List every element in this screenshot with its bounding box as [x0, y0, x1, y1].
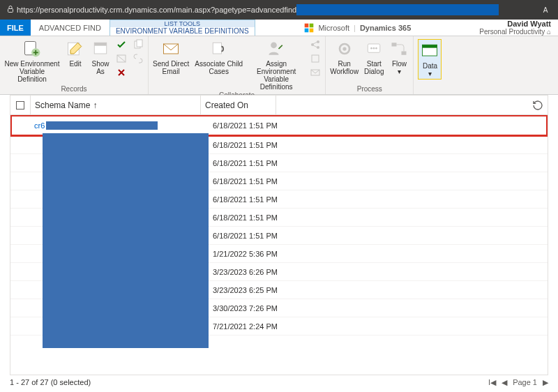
created-on-cell: 7/21/2021 2:24 PM — [200, 322, 278, 331]
created-on-cell: 6/18/2021 1:51 PM — [200, 159, 278, 167]
user-name: David Wyatt — [460, 20, 551, 28]
created-on-cell: 6/18/2021 1:51 PM — [200, 195, 278, 204]
created-on-cell: 6/18/2021 1:51 PM — [200, 121, 278, 130]
page-label: Page 1 — [513, 378, 537, 386]
assign-evd-button[interactable]: Assign Environment Variable Definitions — [248, 39, 304, 91]
created-on-cell: 1/21/2022 5:36 PM — [200, 250, 278, 258]
refresh-icon — [532, 100, 543, 111]
svg-rect-28 — [402, 52, 407, 55]
ribbon-tabs: FILE ADVANCED FIND LIST TOOLS ENVIRONMEN… — [0, 20, 558, 36]
edit-icon — [66, 39, 85, 59]
email-link-icon[interactable] — [310, 67, 321, 78]
grid-header: Schema Name ↑ Created On — [10, 96, 548, 115]
pager-status: 1 - 27 of 27 (0 selected) — [10, 378, 91, 386]
created-on-cell: 3/30/2023 7:26 PM — [200, 304, 278, 312]
new-record-icon — [22, 39, 42, 59]
copy-link-icon[interactable] — [310, 53, 321, 64]
small-buttons-collab — [310, 39, 321, 78]
ribbon-group-process: Run Workflow Start Dialog Flow▾ Process — [326, 36, 414, 94]
svg-rect-12 — [137, 40, 142, 47]
url-address[interactable]: https://personalproductivity.crm.dynamic… — [17, 4, 537, 15]
svg-rect-1 — [305, 23, 309, 27]
svg-point-26 — [375, 47, 377, 50]
tab-file[interactable]: FILE — [0, 20, 31, 36]
svg-rect-3 — [305, 28, 309, 32]
show-as-button[interactable]: Show As — [91, 39, 110, 75]
svg-point-22 — [342, 47, 346, 50]
next-page-button[interactable]: ▶ — [543, 378, 548, 387]
app-brand: Microsoft | Dynamics 365 — [255, 20, 460, 36]
gear-icon — [335, 39, 354, 59]
show-as-icon — [91, 39, 110, 59]
flow-icon — [389, 39, 409, 59]
associate-child-cases-button[interactable]: Associate Child Cases — [195, 39, 243, 75]
new-env-var-def-button[interactable]: New Environment Variable Definition — [4, 39, 60, 83]
svg-point-15 — [271, 42, 277, 48]
svg-point-24 — [370, 47, 372, 50]
copy-icon[interactable] — [133, 39, 144, 50]
assign-icon — [266, 39, 286, 59]
email-icon — [161, 39, 181, 59]
created-on-cell: 6/18/2021 1:51 PM — [200, 213, 278, 222]
edit-button[interactable]: Edit — [66, 39, 85, 68]
browser-url-bar: https://personalproductivity.crm.dynamic… — [0, 0, 558, 20]
dialog-icon — [364, 39, 384, 59]
ribbon-group-collaborate: Send Direct Email Associate Child Cases … — [149, 36, 326, 94]
microsoft-logo-icon — [304, 23, 314, 33]
ribbon-group-records: New Environment Variable Definition Edit… — [0, 36, 149, 94]
created-on-cell: 6/18/2021 1:51 PM — [200, 177, 278, 186]
pager: 1 - 27 of 27 (0 selected) I◀ ◀ Page 1 ▶ — [10, 375, 548, 389]
run-workflow-button[interactable]: Run Workflow — [330, 39, 359, 75]
start-dialog-button[interactable]: Start Dialog — [364, 39, 384, 75]
user-info[interactable]: David Wyatt Personal Productivity ⌂ — [460, 20, 558, 36]
share-icon[interactable] — [310, 39, 321, 50]
sort-asc-icon: ↑ — [93, 100, 97, 110]
tab-advanced-find[interactable]: ADVANCED FIND — [31, 20, 110, 36]
ribbon-group-data: Data▾ — [414, 36, 446, 94]
text-size-icon[interactable]: A — [537, 6, 554, 14]
svg-rect-27 — [392, 43, 397, 46]
activate-icon[interactable] — [116, 39, 127, 50]
svg-rect-2 — [310, 23, 314, 27]
svg-rect-14 — [213, 43, 221, 54]
data-button[interactable]: Data▾ — [418, 39, 442, 80]
small-buttons-records-2 — [133, 39, 144, 64]
column-schema-name[interactable]: Schema Name ↑ — [31, 96, 201, 114]
results-grid: Schema Name ↑ Created On cr66/18/2021 1:… — [10, 95, 548, 375]
redacted-block — [43, 133, 209, 348]
org-name: Personal Productivity ⌂ — [460, 28, 551, 36]
svg-rect-9 — [94, 43, 107, 45]
send-direct-email-button[interactable]: Send Direct Email — [153, 39, 189, 75]
data-icon — [420, 41, 439, 61]
tab-env-var-defs[interactable]: ENVIRONMENT VARIABLE DEFINITIONS — [110, 27, 255, 36]
created-on-cell: 3/23/2023 6:26 PM — [200, 268, 278, 276]
select-all-checkbox[interactable] — [10, 101, 30, 110]
created-on-cell: 6/18/2021 1:51 PM — [200, 141, 278, 149]
svg-rect-30 — [423, 45, 437, 47]
refresh-button[interactable] — [528, 100, 548, 111]
first-page-button[interactable]: I◀ — [488, 378, 496, 387]
link-icon[interactable] — [133, 53, 144, 64]
svg-rect-19 — [312, 55, 319, 62]
grid-body[interactable]: cr66/18/2021 1:51 PM6/18/2021 1:51 PM6/1… — [10, 115, 548, 375]
lock-icon — [4, 5, 17, 15]
delete-icon[interactable] — [116, 67, 127, 78]
created-on-cell: 3/23/2023 6:25 PM — [200, 286, 278, 294]
ribbon: New Environment Variable Definition Edit… — [0, 36, 558, 95]
associate-icon — [209, 39, 229, 59]
prev-page-button[interactable]: ◀ — [502, 378, 507, 387]
home-icon: ⌂ — [547, 28, 551, 36]
flow-button[interactable]: Flow▾ — [389, 39, 409, 75]
svg-point-25 — [373, 47, 375, 50]
created-on-cell: 6/18/2021 1:51 PM — [200, 232, 278, 240]
svg-rect-4 — [310, 28, 314, 32]
schema-link[interactable]: cr6 — [34, 121, 45, 130]
deactivate-icon[interactable] — [116, 53, 127, 64]
small-buttons-records — [116, 39, 127, 78]
svg-rect-0 — [8, 8, 13, 12]
column-created-on[interactable]: Created On — [201, 96, 276, 114]
contextual-tab-header: LIST TOOLS — [110, 20, 255, 27]
contextual-tab-group: LIST TOOLS ENVIRONMENT VARIABLE DEFINITI… — [110, 20, 255, 36]
